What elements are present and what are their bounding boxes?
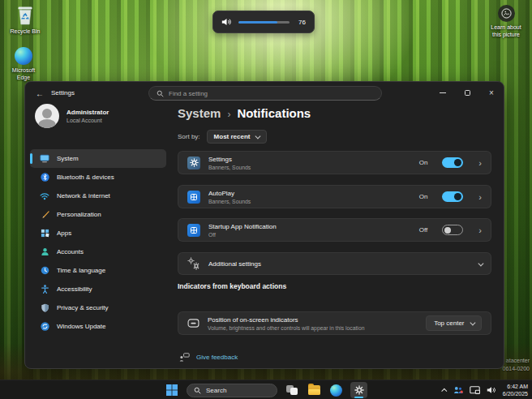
startup-app-notification-toggle[interactable] xyxy=(442,225,463,235)
close-button[interactable]: × xyxy=(479,82,504,104)
toggle-state-label: Off xyxy=(419,226,428,234)
volume-value: 76 xyxy=(296,19,306,26)
speaker-icon xyxy=(221,18,232,26)
search-input[interactable] xyxy=(169,90,374,97)
learn-about-label: Learn about this picture xyxy=(491,24,521,38)
settings-app-button-active[interactable] xyxy=(350,382,367,398)
window-grid-icon xyxy=(187,191,200,204)
accessibility-icon xyxy=(40,285,49,294)
recycle-bin-label: Recycle Bin xyxy=(11,28,41,35)
user-name: Administrator xyxy=(66,109,109,116)
give-feedback-link[interactable]: Give feedback xyxy=(179,353,238,362)
notification-row-startup-app[interactable]: Startup App Notification Off Off › xyxy=(178,218,491,242)
sidebar-item-system[interactable]: System xyxy=(30,149,166,168)
sidebar-item-personalization[interactable]: Personalization xyxy=(30,205,166,224)
file-explorer-button[interactable] xyxy=(307,382,321,398)
page-title: Notifications xyxy=(237,106,311,120)
chevron-down-icon[interactable] xyxy=(478,260,483,265)
tray-display-icon[interactable] xyxy=(470,386,480,395)
task-view-icon xyxy=(286,385,298,395)
gears-icon xyxy=(187,257,200,270)
titlebar: ← Settings × xyxy=(25,82,504,105)
row-title: AutoPlay xyxy=(208,190,411,197)
tray-volume-icon[interactable] xyxy=(487,386,496,394)
sidebar-item-windows-update[interactable]: Windows Update xyxy=(30,317,166,336)
chevron-right-icon[interactable]: › xyxy=(478,192,482,202)
row-subtitle: Banners, Sounds xyxy=(208,199,411,204)
recycle-bin-shortcut[interactable]: Recycle Bin xyxy=(6,3,44,35)
volume-slider[interactable] xyxy=(238,21,290,24)
learn-about-picture[interactable]: Learn about this picture xyxy=(485,5,527,38)
autoplay-notifications-toggle[interactable] xyxy=(442,191,463,202)
toggle-state-label: On xyxy=(419,193,428,200)
additional-settings-row[interactable]: Additional settings xyxy=(178,252,491,275)
sidebar-item-apps[interactable]: Apps xyxy=(30,224,166,242)
tray-people-icon[interactable] xyxy=(453,386,463,394)
brush-icon xyxy=(40,210,49,220)
user-account[interactable]: Administrator Local Account xyxy=(35,104,109,128)
row-subtitle: Off xyxy=(208,232,411,238)
settings-search[interactable] xyxy=(148,86,382,101)
settings-notifications-toggle[interactable] xyxy=(442,157,463,168)
window-title: Settings xyxy=(51,89,75,97)
sidebar-item-privacy[interactable]: Privacy & security xyxy=(30,298,166,317)
taskbar-search[interactable]: Search xyxy=(187,384,277,397)
tray-clock[interactable]: 6:42 AM 6/20/2025 xyxy=(503,383,528,397)
tray-chevron-up-icon[interactable] xyxy=(441,388,447,393)
breadcrumb-separator-icon: › xyxy=(227,109,230,120)
row-title: Position of on-screen indicators xyxy=(208,316,418,324)
taskbar: Search xyxy=(0,380,532,399)
gear-icon xyxy=(187,157,200,169)
sidebar-item-accounts[interactable]: Accounts xyxy=(30,242,166,261)
tray-time: 6:42 AM xyxy=(503,383,528,390)
start-button[interactable] xyxy=(165,382,179,398)
person-icon xyxy=(40,247,49,257)
edge-label: Microsoft Edge xyxy=(5,66,42,81)
windows-logo-icon xyxy=(166,384,178,396)
sidebar-item-time-language[interactable]: Time & language xyxy=(30,261,166,280)
search-icon xyxy=(157,90,164,97)
volume-slider-fill xyxy=(238,21,277,24)
row-title: Additional settings xyxy=(208,260,470,268)
notification-row-autoplay[interactable]: AutoPlay Banners, Sounds On › xyxy=(178,185,491,208)
feedback-icon xyxy=(179,353,190,362)
folder-icon xyxy=(308,385,320,395)
edge-icon xyxy=(330,384,342,397)
sort-row: Sort by: Most recent xyxy=(178,130,267,144)
sort-by-label: Sort by: xyxy=(178,133,200,140)
toggle-state-label: On xyxy=(419,159,428,166)
settings-window: ← Settings × Administrator xyxy=(24,81,504,369)
edge-button[interactable] xyxy=(328,382,343,398)
back-button[interactable]: ← xyxy=(33,87,46,100)
chevron-right-icon[interactable]: › xyxy=(478,158,482,168)
maximize-button[interactable] xyxy=(455,82,479,104)
chevron-right-icon[interactable]: › xyxy=(478,225,482,235)
task-view-button[interactable] xyxy=(285,382,299,398)
volume-osd: 76 xyxy=(212,11,315,33)
sidebar-item-bluetooth[interactable]: Bluetooth & devices xyxy=(30,168,166,187)
row-subtitle: Volume, brightness and other controls wi… xyxy=(208,325,418,331)
avatar xyxy=(35,104,59,128)
edition-watermark: atacenter 0614-0200 xyxy=(503,357,530,373)
sort-dropdown[interactable]: Most recent xyxy=(207,130,267,144)
osd-pill-icon xyxy=(187,319,200,328)
notification-row-settings[interactable]: Settings Banners, Sounds On › xyxy=(178,151,491,174)
sidebar-item-accessibility[interactable]: Accessibility xyxy=(30,280,166,298)
row-subtitle: Banners, Sounds xyxy=(208,165,411,170)
chevron-down-icon xyxy=(255,134,260,139)
chevron-down-icon xyxy=(470,320,474,325)
breadcrumb-system[interactable]: System xyxy=(178,106,221,120)
clock-icon xyxy=(40,266,49,276)
sidebar-item-network[interactable]: Network & internet xyxy=(30,187,166,205)
row-title: Startup App Notification xyxy=(208,223,411,230)
edge-shortcut[interactable]: Microsoft Edge xyxy=(5,47,42,81)
apps-icon xyxy=(40,229,49,238)
minimize-button[interactable] xyxy=(431,82,455,104)
user-account-type: Local Account xyxy=(66,118,109,123)
shield-icon xyxy=(40,303,49,313)
position-dropdown[interactable]: Top center xyxy=(426,315,482,331)
wifi-icon xyxy=(40,191,49,201)
breadcrumb: System › Notifications xyxy=(178,106,311,120)
desktop: Recycle Bin Microsoft Edge Learn about t… xyxy=(0,0,532,399)
indicator-position-row: Position of on-screen indicators Volume,… xyxy=(178,311,491,335)
